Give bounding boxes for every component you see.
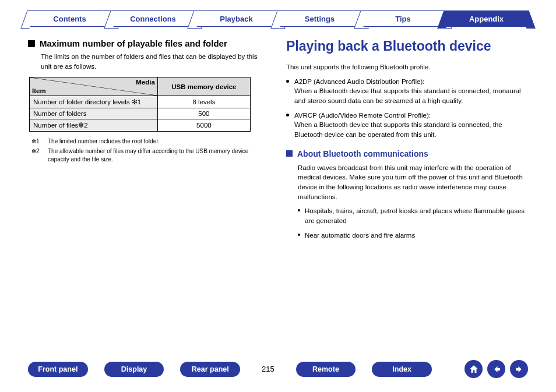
index-button[interactable]: Index [372, 362, 432, 377]
right-column: Playing back a Bluetooth device This uni… [286, 38, 528, 245]
footnotes: ✻1 The limited number includes the root … [31, 137, 270, 164]
left-intro-text: The limits on the number of folders and … [41, 52, 270, 71]
footnote-marker: ✻1 [31, 137, 44, 146]
nav-icons [464, 360, 528, 378]
table-row-label: Number of files✻2 [30, 119, 158, 132]
square-bullet-icon [286, 150, 293, 157]
tab-label: Appendix [469, 15, 504, 23]
tab-tips[interactable]: Tips [361, 10, 445, 27]
page-number: 215 [256, 365, 280, 373]
table-corner-bottom: Item [32, 87, 46, 94]
tab-label: Settings [305, 15, 335, 23]
footnote-2: ✻2 The allowable number of files may dif… [31, 147, 270, 164]
tab-settings[interactable]: Settings [278, 10, 361, 27]
tab-label: Connections [130, 15, 176, 23]
table-row-label: Number of folder directory levels ✻1 [30, 96, 158, 108]
table-row-label: Number of folders [30, 108, 158, 119]
table-corner-cell: Media Item [30, 77, 158, 96]
footnote-text: The allowable number of files may differ… [48, 147, 270, 164]
tab-label: Tips [395, 15, 411, 23]
remote-button[interactable]: Remote [296, 362, 356, 377]
profile-name: A2DP (Advanced Audio Distribution Profil… [294, 78, 425, 85]
arrow-right-icon [514, 364, 525, 375]
tab-appendix[interactable]: Appendix [445, 10, 528, 27]
asterisk-icon: ✻ [78, 122, 84, 129]
left-column: Maximum number of playable files and fol… [28, 38, 270, 245]
subheading-text: About Bluetooth communications [297, 149, 428, 158]
locations-list: Hospitals, trains, aircraft, petrol kios… [305, 206, 528, 240]
table-row: Number of folder directory levels ✻1 8 l… [30, 96, 251, 108]
table-row: Number of files✻2 5000 [30, 119, 251, 132]
bottom-bar: Front panel Display Rear panel 215 Remot… [0, 360, 556, 378]
section-heading-text: Maximum number of playable files and fol… [40, 38, 227, 48]
list-item: A2DP (Advanced Audio Distribution Profil… [294, 77, 528, 106]
list-item: AVRCP (Audio/Video Remote Control Profil… [294, 111, 528, 140]
limits-table: Media Item USB memory device Number of f… [29, 77, 251, 132]
section-heading-left: Maximum number of playable files and fol… [28, 38, 270, 48]
tab-label: Playback [220, 15, 252, 23]
tab-label: Contents [53, 15, 86, 23]
subheading: About Bluetooth communications [286, 149, 528, 158]
tab-contents[interactable]: Contents [28, 10, 111, 27]
tab-playback[interactable]: Playback [195, 10, 278, 27]
list-item: Hospitals, trains, aircraft, petrol kios… [305, 206, 528, 225]
home-icon [469, 364, 479, 375]
home-button[interactable] [464, 360, 483, 378]
footnote-text: The limited number includes the root fol… [48, 137, 160, 146]
top-tabs: Contents Connections Playback Settings T… [0, 0, 556, 27]
display-button[interactable]: Display [104, 362, 164, 377]
front-panel-button[interactable]: Front panel [28, 362, 88, 377]
table-corner-top: Media [136, 79, 155, 86]
profile-desc: When a Bluetooth device that supports th… [294, 121, 502, 138]
tab-connections[interactable]: Connections [111, 10, 195, 27]
footnote-marker: ✻2 [31, 147, 44, 164]
subsection-intro: Radio waves broadcast from this unit may… [298, 163, 528, 202]
profiles-list: A2DP (Advanced Audio Distribution Profil… [286, 77, 528, 140]
next-page-button[interactable] [510, 360, 528, 378]
table-cell-value: 5000 [157, 119, 250, 132]
rear-panel-button[interactable]: Rear panel [180, 362, 240, 377]
table-col-header: USB memory device [157, 77, 250, 96]
footnote-1: ✻1 The limited number includes the root … [31, 137, 270, 146]
profile-name: AVRCP (Audio/Video Remote Control Profil… [294, 112, 431, 119]
content-area: Maximum number of playable files and fol… [0, 27, 556, 245]
table-row: Number of folders 500 [30, 108, 251, 119]
page-title: Playing back a Bluetooth device [286, 38, 528, 54]
arrow-left-icon [491, 364, 502, 375]
profile-desc: When a Bluetooth device that supports th… [294, 87, 521, 104]
right-intro-text: This unit supports the following Bluetoo… [286, 62, 528, 72]
prev-page-button[interactable] [487, 360, 505, 378]
square-bullet-icon [28, 40, 35, 47]
asterisk-icon: ✻ [132, 98, 138, 105]
table-cell-value: 8 levels [157, 96, 250, 108]
list-item: Near automatic doors and fire alarms [305, 231, 528, 241]
table-cell-value: 500 [157, 108, 250, 119]
